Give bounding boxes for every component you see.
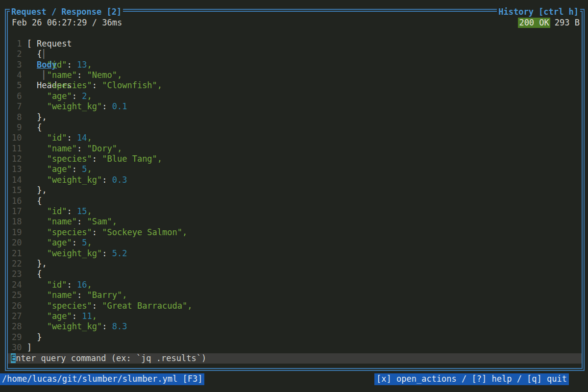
json-token: 5.2 — [112, 248, 127, 258]
collection-file-button[interactable]: /home/lucas/git/slumber/slumber.yml [F3] — [0, 373, 204, 385]
line-number: 29 — [12, 332, 22, 343]
response-timestamp: Feb 26 06:27:29 / 36ms — [12, 18, 122, 28]
json-token: : — [77, 290, 87, 300]
line-number: 12 — [12, 154, 22, 164]
line-number: 14 — [12, 175, 22, 185]
json-line: 2 { — [12, 49, 580, 59]
line-number: 18 — [12, 217, 22, 227]
json-token: "name" — [27, 290, 77, 300]
response-meta-row: Feb 26 06:27:29 / 36ms 200 OK 293 B — [12, 18, 580, 28]
json-token: , — [87, 238, 92, 247]
response-size: 293 B — [555, 18, 580, 28]
response-tabs: Request │ Body │ Headers — [12, 28, 580, 38]
json-token: "weight_kg" — [27, 175, 102, 185]
line-number: 21 — [12, 248, 22, 259]
line-number: 22 — [12, 259, 22, 269]
json-token: 16 — [77, 280, 87, 290]
json-token: "Sockeye Salmon", — [102, 227, 187, 237]
json-token: , — [87, 60, 92, 70]
global-actions-hints[interactable]: [x] open_actions / [?] help / [q] quit — [374, 373, 569, 385]
json-token: "weight_kg" — [27, 101, 102, 111]
line-number: 7 — [12, 101, 22, 112]
line-number: 1 — [12, 39, 22, 49]
line-number: 17 — [12, 206, 22, 217]
json-token: : — [72, 91, 82, 101]
json-token: "Dory", — [87, 144, 122, 153]
json-token: "weight_kg" — [27, 321, 102, 331]
json-token: "Great Barracuda", — [102, 301, 192, 311]
json-token: "id" — [27, 280, 67, 290]
json-token: , — [87, 91, 92, 101]
json-token: "Blue Tang", — [102, 154, 162, 164]
json-line: 13 "age": 5, — [12, 164, 580, 174]
json-token: : — [67, 280, 77, 290]
json-token: "name" — [27, 217, 77, 226]
json-token: 8.3 — [112, 321, 127, 331]
line-number: 28 — [12, 321, 22, 332]
json-token: : — [102, 175, 112, 185]
json-line: 15 }, — [12, 185, 580, 196]
json-line: 14 "weight_kg": 0.3 — [12, 175, 580, 185]
json-token: ] — [27, 343, 32, 352]
json-token: "id" — [27, 133, 67, 143]
line-number: 2 — [12, 49, 22, 59]
json-token: : — [77, 144, 87, 153]
json-token: 11 — [82, 311, 92, 321]
json-token: , — [87, 164, 92, 174]
json-token: { — [27, 49, 42, 59]
json-token: "species" — [27, 301, 92, 311]
json-line: 11 "name": "Dory", — [12, 144, 580, 154]
json-token: : — [102, 321, 112, 331]
json-token: } — [27, 332, 42, 342]
json-token: 0.1 — [112, 101, 127, 111]
json-line: 4 "name": "Nemo", — [12, 70, 580, 80]
json-line: 24 "id": 16, — [12, 280, 580, 290]
json-token: "age" — [27, 238, 72, 247]
pane-title: Request / Response [2] — [10, 7, 123, 18]
line-number: 8 — [12, 112, 22, 122]
response-body: 1[2 {3 "id": 13,4 "name": "Nemo",5 "spec… — [12, 39, 580, 353]
text-cursor: E — [11, 353, 16, 363]
json-token: 13 — [77, 60, 87, 70]
json-token: : — [67, 133, 77, 143]
json-token: "Sam", — [87, 217, 117, 226]
json-token: "species" — [27, 154, 92, 164]
json-line: 1[ — [12, 39, 580, 49]
json-token: : — [77, 70, 87, 80]
query-command-input[interactable]: Enter query command (ex: `jq .results`) — [8, 353, 582, 364]
json-line: 25 "name": "Barry", — [12, 290, 580, 300]
status-badge: 200 OK — [518, 18, 550, 28]
json-line: 26 "species": "Great Barracuda", — [12, 301, 580, 311]
json-token: 5 — [82, 164, 87, 174]
json-token: }, — [27, 185, 47, 195]
json-line: 8 }, — [12, 112, 580, 122]
line-number: 16 — [12, 196, 22, 206]
json-line: 9 { — [12, 122, 580, 133]
line-number: 9 — [12, 122, 22, 133]
history-button[interactable]: History [ctrl h] — [497, 7, 580, 18]
json-token: "id" — [27, 206, 67, 216]
json-token: "species" — [27, 227, 92, 237]
json-token: : — [72, 311, 82, 321]
json-line: 7 "weight_kg": 0.1 — [12, 101, 580, 112]
line-number: 13 — [12, 164, 22, 174]
json-line: 12 "species": "Blue Tang", — [12, 154, 580, 164]
json-line: 6 "age": 2, — [12, 91, 580, 101]
line-number: 5 — [12, 80, 22, 91]
json-token: "age" — [27, 91, 72, 101]
json-token: { — [27, 122, 42, 132]
json-line: 3 "id": 13, — [12, 60, 580, 70]
line-number: 30 — [12, 343, 22, 353]
json-token: : — [72, 164, 82, 174]
line-number: 20 — [12, 238, 22, 248]
json-token: "id" — [27, 60, 67, 70]
json-token: "Barry", — [87, 290, 127, 300]
line-number: 19 — [12, 227, 22, 238]
json-token: }, — [27, 259, 47, 269]
json-token: }, — [27, 112, 47, 122]
json-token: : — [67, 206, 77, 216]
json-token: : — [102, 248, 112, 258]
json-token: , — [87, 280, 92, 290]
line-number: 15 — [12, 185, 22, 196]
line-number: 24 — [12, 280, 22, 290]
